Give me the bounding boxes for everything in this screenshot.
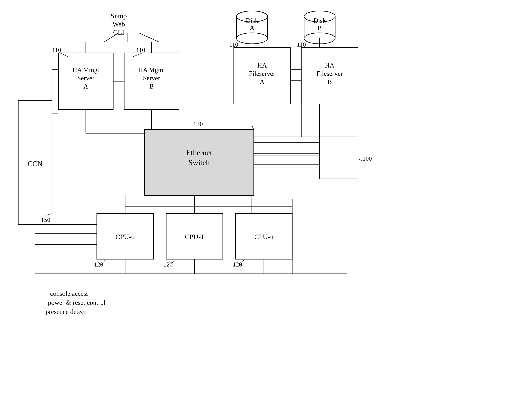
ha-mmgt-a-label1: HA Mmgt <box>72 66 99 74</box>
disk-a-label2: A <box>250 24 254 32</box>
svg-line-26 <box>139 33 159 42</box>
ref-110-1: 110 <box>52 46 61 53</box>
disk-a-label1: Disk <box>246 17 258 24</box>
svg-line-36 <box>252 126 254 130</box>
ethernet-switch-label1: Ethernet <box>186 148 212 157</box>
ref-150: 150 <box>41 216 50 223</box>
ref-110-3: 110 <box>229 41 238 48</box>
ccn-desc-2: power & reset control <box>48 299 106 306</box>
cpu0-label: CPU-0 <box>115 233 135 241</box>
ha-mgmt-b-label1: HA Mgmt <box>138 66 165 74</box>
disk-b-label1: Disk <box>313 17 326 24</box>
ha-fs-b-label2: Fileserver <box>317 70 343 77</box>
ref-100: 100 <box>363 155 372 162</box>
diagram-container: Snmp Web CLI HA Mmgt Server A HA Mgmt Se… <box>0 0 532 418</box>
ref-130: 130 <box>194 120 203 127</box>
ha-fs-b-label3: B <box>328 78 332 85</box>
ha-mmgt-a-label2: Server <box>77 74 95 82</box>
ha-fs-a-label1: HA <box>257 62 267 69</box>
ref-120-3: 120 <box>233 261 242 268</box>
ref-110-2: 110 <box>136 46 145 53</box>
cpu1-label: CPU-1 <box>185 233 204 241</box>
cpun-label: CPU-n <box>254 233 273 241</box>
cli-label: CLI <box>113 28 124 36</box>
network-diagram-svg: Snmp Web CLI HA Mmgt Server A HA Mgmt Se… <box>0 0 532 418</box>
ha-fs-a-label2: Fileserver <box>249 70 275 77</box>
ref-120-1: 120 <box>94 261 103 268</box>
ref-110-4: 110 <box>297 41 306 48</box>
svg-line-76 <box>358 159 362 161</box>
ha-mmgt-a-label3: A <box>83 83 88 90</box>
ha-mgmt-b-label2: Server <box>143 74 160 82</box>
ha-mgmt-b-label3: B <box>149 83 154 90</box>
ha-fs-b-label1: HA <box>325 62 334 69</box>
ref-120-2: 120 <box>164 261 173 268</box>
ethernet-switch-label2: Switch <box>189 158 210 167</box>
ccn-label: CCN <box>28 160 43 168</box>
web-label: Web <box>113 20 125 28</box>
ccn-desc-1: console access <box>50 290 89 297</box>
ccn-desc-3: presence detect <box>46 308 86 315</box>
snmp-label: Snmp <box>111 12 127 20</box>
ha-fs-a-label3: A <box>260 78 264 85</box>
disk-b-label2: B <box>317 24 322 32</box>
